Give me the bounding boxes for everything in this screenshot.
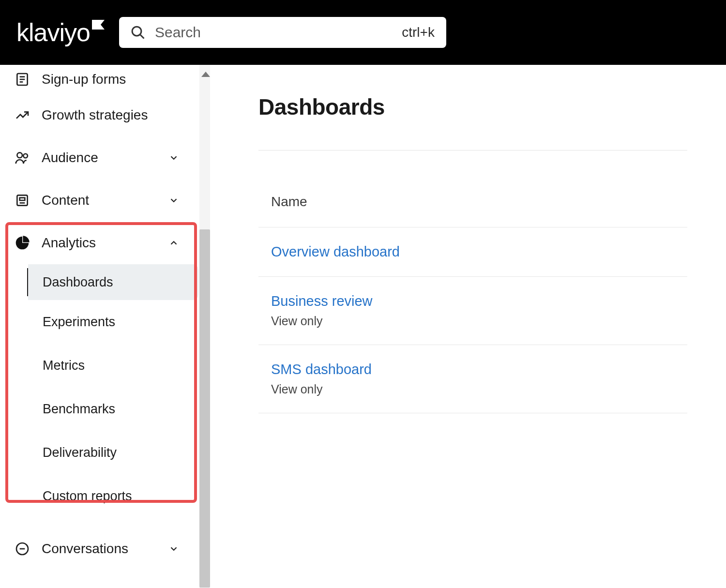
analytics-subitems: Dashboards Experiments Metrics Benchmark… bbox=[27, 264, 198, 518]
sidebar-item-audience[interactable]: Audience bbox=[0, 136, 198, 179]
chevron-up-icon bbox=[168, 238, 179, 248]
sidebar-item-label: Content bbox=[42, 193, 157, 208]
search-shortcut: ctrl+k bbox=[402, 25, 435, 40]
page-title: Dashboards bbox=[258, 94, 687, 120]
sidebar-subitem-deliverability[interactable]: Deliverability bbox=[28, 431, 198, 474]
svg-rect-9 bbox=[20, 198, 25, 200]
row-subtext: View only bbox=[271, 382, 687, 396]
sidebar-item-conversations[interactable]: Conversations bbox=[0, 528, 198, 570]
sidebar-item-growth-strategies[interactable]: Growth strategies bbox=[0, 94, 198, 136]
table-row[interactable]: Overview dashboard bbox=[258, 227, 687, 277]
sidebar-item-label: Growth strategies bbox=[42, 107, 184, 123]
search-box[interactable]: ctrl+k bbox=[119, 17, 446, 48]
sidebar-subitem-metrics[interactable]: Metrics bbox=[28, 344, 198, 387]
dashboard-link[interactable]: SMS dashboard bbox=[271, 362, 372, 377]
sidebar-subitem-benchmarks[interactable]: Benchmarks bbox=[28, 387, 198, 431]
svg-point-6 bbox=[17, 152, 22, 158]
sidebar-item-label: Metrics bbox=[43, 358, 85, 373]
row-subtext: View only bbox=[271, 314, 687, 328]
sidebar-item-label: Benchmarks bbox=[43, 402, 115, 417]
sidebar-subitem-dashboards[interactable]: Dashboards bbox=[28, 264, 198, 300]
chat-icon bbox=[15, 541, 30, 557]
table-row[interactable]: SMS dashboard View only bbox=[258, 345, 687, 413]
flag-icon bbox=[92, 20, 105, 30]
sidebar-item-label: Analytics bbox=[42, 235, 157, 251]
table-row[interactable]: Business review View only bbox=[258, 277, 687, 345]
sidebar-item-label: Custom reports bbox=[43, 489, 132, 504]
logo[interactable]: klaviyo bbox=[16, 18, 90, 47]
form-icon bbox=[15, 72, 30, 87]
scrollbar-thumb[interactable] bbox=[199, 229, 210, 588]
sidebar-item-content[interactable]: Content bbox=[0, 179, 198, 222]
chevron-down-icon bbox=[168, 543, 179, 554]
column-header-name: Name bbox=[258, 194, 687, 227]
growth-icon bbox=[15, 107, 30, 123]
sidebar-item-label: Deliverability bbox=[43, 445, 117, 460]
scroll-up-icon[interactable] bbox=[201, 72, 210, 77]
sidebar-item-label: Audience bbox=[42, 150, 157, 166]
sidebar-subitem-custom-reports[interactable]: Custom reports bbox=[28, 474, 198, 518]
dashboard-link[interactable]: Business review bbox=[271, 293, 373, 309]
chevron-down-icon bbox=[168, 152, 179, 163]
sidebar-item-analytics[interactable]: Analytics bbox=[0, 222, 198, 264]
audience-icon bbox=[15, 150, 30, 166]
pie-chart-icon bbox=[15, 235, 30, 251]
dashboard-link[interactable]: Overview dashboard bbox=[271, 244, 400, 259]
chevron-down-icon bbox=[168, 195, 179, 206]
search-input[interactable] bbox=[155, 24, 392, 41]
sidebar-item-label: Sign-up forms bbox=[42, 72, 184, 87]
sidebar: Sign-up forms Growth strategies Audience bbox=[0, 65, 198, 588]
svg-line-1 bbox=[140, 35, 144, 39]
search-icon bbox=[131, 25, 145, 40]
sidebar-subitem-experiments[interactable]: Experiments bbox=[28, 300, 198, 344]
sidebar-item-label: Conversations bbox=[42, 541, 157, 557]
sidebar-item-signup-forms[interactable]: Sign-up forms bbox=[0, 65, 198, 94]
topbar: klaviyo ctrl+k bbox=[0, 0, 726, 65]
main-content: Dashboards Name Overview dashboard Busin… bbox=[210, 65, 726, 588]
svg-point-0 bbox=[132, 27, 141, 36]
sidebar-item-label: Experiments bbox=[43, 315, 115, 330]
content-icon bbox=[15, 193, 30, 208]
divider bbox=[258, 150, 687, 151]
sidebar-item-label: Dashboards bbox=[43, 275, 113, 290]
logo-text: klaviyo bbox=[16, 18, 90, 47]
svg-point-7 bbox=[23, 154, 28, 158]
